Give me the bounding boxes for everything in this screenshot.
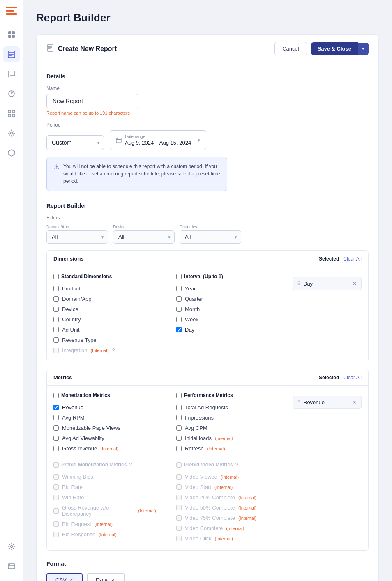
metric-avg-cpm[interactable]: Avg CPM xyxy=(176,423,279,433)
sidebar-item-reports[interactable] xyxy=(3,46,20,62)
dim-product[interactable]: Product xyxy=(53,284,156,294)
sidebar-item-dashboard[interactable] xyxy=(3,26,20,43)
domain-app-select[interactable]: All xyxy=(46,230,108,244)
metric-total-ad-requests-checkbox[interactable] xyxy=(176,405,182,410)
svg-point-15 xyxy=(10,546,12,548)
dim-year-checkbox[interactable] xyxy=(176,286,182,291)
metric-video-25: Video 25% Complete (Internal) xyxy=(176,492,279,503)
dim-year[interactable]: Year xyxy=(176,284,279,294)
sidebar-item-modules[interactable] xyxy=(3,105,20,122)
name-field-label: Name xyxy=(46,85,369,91)
revenue-remove-icon[interactable]: ✕ xyxy=(352,399,357,406)
dim-day-checkbox[interactable] xyxy=(176,327,182,332)
monetization-metrics-checkbox[interactable] xyxy=(53,393,59,398)
metric-initial-loads[interactable]: Initial loads (Internal) xyxy=(176,433,279,443)
dimensions-clear-all[interactable]: Clear All xyxy=(343,256,362,262)
sidebar-item-build[interactable] xyxy=(3,125,20,141)
metric-viewability-checkbox[interactable] xyxy=(53,436,59,441)
metric-gross-revenue[interactable]: Gross revenue (Internal) xyxy=(53,443,156,454)
dim-device[interactable]: Device xyxy=(53,304,156,314)
dim-week-checkbox[interactable] xyxy=(176,317,182,322)
dim-revenue-type-checkbox[interactable] xyxy=(53,337,59,343)
revenue-drag-handle-icon[interactable]: ⠿ xyxy=(297,399,301,405)
svg-rect-11 xyxy=(8,114,11,117)
dim-ad-unit[interactable]: Ad Unit xyxy=(53,325,156,335)
revenue-selected-label: Revenue xyxy=(303,399,325,406)
sidebar-item-settings[interactable] xyxy=(3,538,20,555)
metric-avg-rpm[interactable]: Avg RPM xyxy=(53,413,156,423)
dim-country[interactable]: Country xyxy=(53,314,156,325)
period-row: Custom Last 7 days Last 30 days This Mon… xyxy=(46,130,369,150)
date-range-value: Aug 9, 2024 – Aug 15, 2024 xyxy=(125,140,191,146)
dimensions-header-right: Selected Clear All xyxy=(319,256,362,262)
dim-country-checkbox[interactable] xyxy=(53,317,59,322)
date-range-picker[interactable]: Date range Aug 9, 2024 – Aug 15, 2024 ▾ xyxy=(110,130,206,150)
dim-domain-app[interactable]: Domain/App xyxy=(53,294,156,304)
metric-impressions[interactable]: Impressions xyxy=(176,413,279,423)
integration-help-icon[interactable]: ? xyxy=(112,347,115,353)
prebid-video-help-icon[interactable]: ? xyxy=(235,462,238,468)
day-drag-handle-icon[interactable]: ⠿ xyxy=(297,281,301,286)
interval-dimensions-checkbox[interactable] xyxy=(176,274,182,279)
dim-domain-app-checkbox[interactable] xyxy=(53,296,59,302)
dim-month[interactable]: Month xyxy=(176,304,279,314)
metric-avg-rpm-checkbox[interactable] xyxy=(53,415,59,420)
metrics-selected-revenue: ⠿ Revenue ✕ xyxy=(293,396,362,409)
metric-refresh-checkbox[interactable] xyxy=(176,446,182,451)
dim-quarter-checkbox[interactable] xyxy=(176,296,182,302)
domain-app-filter: Domain/App All ▾ xyxy=(46,225,108,244)
metric-avg-cpm-checkbox[interactable] xyxy=(176,425,182,431)
metric-gross-revenue-checkbox[interactable] xyxy=(53,446,59,451)
dim-integration[interactable]: Integration (Internal) ? xyxy=(53,345,156,355)
format-excel-button[interactable]: Excel ✓ xyxy=(87,573,125,581)
metric-revenue-checkbox[interactable] xyxy=(53,405,59,410)
sidebar-item-chat[interactable] xyxy=(3,66,20,82)
prebid-mono-title: Prebid Monetization Metrics ? xyxy=(53,462,156,468)
details-section-title: Details xyxy=(46,73,369,80)
metrics-columns: Monetization Metrics Revenue Avg RPM Mon… xyxy=(53,392,279,544)
day-remove-icon[interactable]: ✕ xyxy=(352,280,357,287)
dimensions-selected-day-left: ⠿ Day xyxy=(297,281,313,287)
sidebar-logo xyxy=(6,7,17,18)
dim-day[interactable]: Day xyxy=(176,325,279,335)
metric-total-ad-requests[interactable]: Total Ad Requests xyxy=(176,402,279,413)
dim-week[interactable]: Week xyxy=(176,314,279,325)
dim-revenue-type[interactable]: Revenue Type xyxy=(53,335,156,345)
prebid-video-list: Video Viewed (Internal) Video Start (Int… xyxy=(176,472,279,544)
metric-revenue[interactable]: Revenue xyxy=(53,402,156,413)
dim-quarter[interactable]: Quarter xyxy=(176,294,279,304)
metrics-clear-all[interactable]: Clear All xyxy=(343,375,362,380)
dimensions-panel-header: Dimensions Selected Clear All xyxy=(47,251,368,267)
standard-dimensions-checkbox[interactable] xyxy=(53,274,59,279)
interval-dimensions-col: Interval (Up to 1) Year Quarter Month We… xyxy=(176,274,279,355)
metric-initial-loads-checkbox[interactable] xyxy=(176,436,182,441)
sidebar-item-analytics[interactable] xyxy=(3,85,20,102)
svg-rect-23 xyxy=(116,138,121,143)
svg-rect-10 xyxy=(12,110,15,113)
prebid-bid-request: Bid Request (Internal) xyxy=(53,519,156,529)
metric-page-views-checkbox[interactable] xyxy=(53,425,59,431)
format-csv-button[interactable]: CSV ✓ xyxy=(46,573,83,581)
sidebar-item-extension[interactable] xyxy=(3,145,20,161)
metric-impressions-checkbox[interactable] xyxy=(176,415,182,420)
cancel-button[interactable]: Cancel xyxy=(274,42,307,55)
devices-select[interactable]: All xyxy=(113,230,175,244)
performance-metrics-checkbox[interactable] xyxy=(176,393,182,398)
dim-month-checkbox[interactable] xyxy=(176,307,182,312)
dim-product-checkbox[interactable] xyxy=(53,286,59,291)
report-name-input[interactable] xyxy=(46,94,138,108)
dim-ad-unit-checkbox[interactable] xyxy=(53,327,59,332)
date-range-arrow-icon: ▾ xyxy=(198,138,200,143)
day-selected-label: Day xyxy=(303,281,313,287)
period-select[interactable]: Custom Last 7 days Last 30 days This Mon… xyxy=(46,135,104,150)
prebid-mono-help-icon[interactable]: ? xyxy=(129,462,132,468)
dim-device-checkbox[interactable] xyxy=(53,307,59,312)
save-close-dropdown-button[interactable]: ▾ xyxy=(358,43,369,55)
metric-refresh[interactable]: Refresh (Internal) xyxy=(176,443,279,454)
metric-page-views[interactable]: Monetizable Page Views xyxy=(53,423,156,433)
save-close-button[interactable]: Save & Close xyxy=(311,42,358,55)
format-excel-check-icon: ✓ xyxy=(111,577,116,581)
metric-viewability[interactable]: Avg Ad Viewabilty xyxy=(53,433,156,443)
countries-select[interactable]: All xyxy=(180,230,241,244)
sidebar-item-help[interactable] xyxy=(3,558,20,574)
